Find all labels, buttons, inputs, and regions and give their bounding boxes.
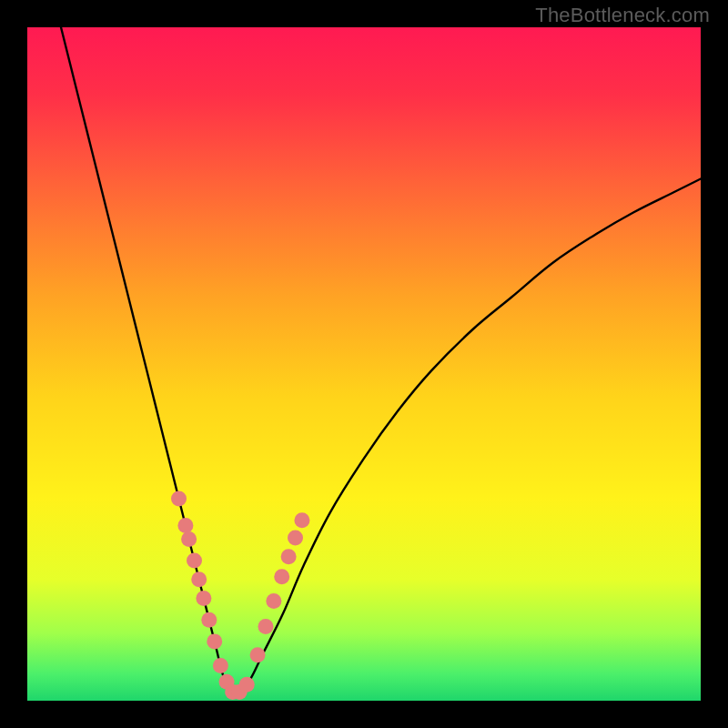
gradient-background (27, 27, 701, 701)
chart-svg (27, 27, 701, 701)
chart-container: TheBottleneck.com (0, 0, 728, 728)
scatter-point (207, 633, 222, 649)
scatter-point (187, 553, 202, 569)
scatter-point (288, 530, 303, 545)
plot-area (27, 27, 701, 701)
scatter-point (196, 591, 211, 606)
scatter-point (181, 531, 197, 547)
scatter-point (171, 491, 187, 507)
scatter-point (177, 518, 193, 533)
scatter-point (239, 677, 255, 693)
scatter-point (274, 569, 289, 584)
scatter-point (294, 512, 309, 528)
scatter-point (281, 549, 297, 564)
scatter-point (201, 612, 217, 628)
scatter-point (191, 571, 207, 587)
scatter-point (213, 658, 228, 673)
scatter-point (258, 619, 273, 634)
scatter-point (266, 593, 281, 609)
scatter-point (250, 647, 266, 662)
watermark-text: TheBottleneck.com (535, 4, 710, 27)
